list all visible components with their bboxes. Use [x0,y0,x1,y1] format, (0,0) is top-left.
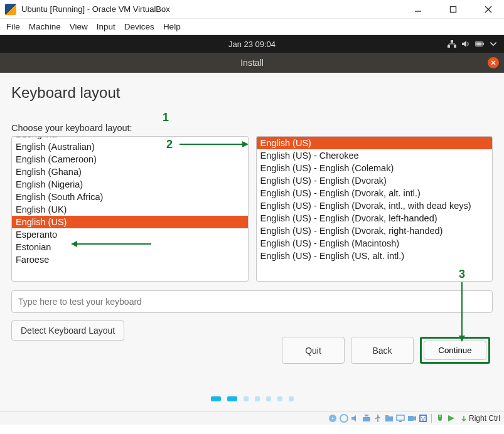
svg-rect-27 [397,415,404,420]
continue-button[interactable]: Continue [424,341,486,360]
host-key-label: Right Ctrl [460,414,500,423]
list-item[interactable]: English (US) - English (Dvorak, alt. int… [257,187,493,199]
svg-rect-28 [399,421,402,422]
list-item[interactable]: English (US) - English (Dvorak, left-han… [257,212,493,225]
list-item[interactable]: Estonian [12,241,248,253]
svg-marker-34 [448,415,454,421]
svg-rect-1 [451,6,456,12]
optical-icon[interactable] [339,413,349,423]
svg-rect-5 [454,45,456,48]
vb-status-bar: V Right Ctrl [0,411,504,425]
recording-icon[interactable] [407,413,417,423]
vb-maximize-button[interactable] [442,2,464,17]
list-item[interactable]: English (South Africa) [12,191,248,203]
svg-rect-6 [451,40,453,43]
svg-text:V: V [421,416,425,422]
installer-close-button[interactable] [488,57,499,68]
back-button[interactable]: Back [351,337,414,364]
menu-help[interactable]: Help [163,22,181,31]
svg-marker-22 [351,415,356,421]
menu-machine[interactable]: Machine [29,22,61,31]
list-item[interactable]: English (Cameroon) [12,153,248,166]
vb-minimize-button[interactable] [407,2,429,17]
vb-close-button[interactable] [478,2,499,17]
vb-window-title: Ubuntu [Running] - Oracle VM VirtualBox [21,4,170,14]
keyboard-capture-icon[interactable] [446,413,456,423]
list-item[interactable]: English (US) - English (US, alt. intl.) [257,250,493,262]
dot [277,396,282,401]
svg-rect-4 [448,45,450,48]
shared-folder-icon[interactable] [384,413,394,423]
mouse-integration-icon[interactable] [435,413,445,423]
keyboard-test-input[interactable] [11,290,493,313]
dot [244,396,249,401]
svg-rect-26 [385,415,389,417]
list-item[interactable]: English (US) [12,216,248,228]
list-item[interactable]: English (US) - English (Colemak) [257,162,493,174]
subtitle: Choose your keyboard layout: [11,123,493,133]
svg-point-21 [340,415,348,422]
quit-button[interactable]: Quit [282,337,345,364]
list-item[interactable]: Dzongkha [12,136,248,140]
list-item[interactable]: English (Australian) [12,140,248,153]
list-item[interactable]: English (Ghana) [12,166,248,178]
arrow-down-icon [460,415,468,422]
ubuntu-top-panel: Jan 23 09:04 [0,35,504,53]
list-item[interactable]: English (US) - English (Dvorak) [257,174,493,187]
vb-menubar: File Machine View Input Devices Help [0,19,504,35]
list-item[interactable]: English (US) - English (Dvorak, right-ha… [257,225,493,237]
hdd-icon[interactable] [328,413,338,423]
list-item[interactable]: English (US) [257,137,493,149]
svg-rect-29 [408,416,414,421]
virtualbox-icon [5,4,16,15]
list-item[interactable]: English (UK) [12,203,248,216]
panel-datetime: Jan 23 09:04 [228,40,276,49]
dot [255,396,260,401]
installer-body: Keyboard layout Choose your keyboard lay… [0,73,504,411]
svg-rect-24 [365,415,368,416]
svg-rect-9 [483,43,484,45]
menu-file[interactable]: File [6,22,20,31]
progress-dots [211,396,294,401]
svg-rect-23 [363,417,370,421]
installer-title-bar: Install [0,53,504,73]
virtualization-icon[interactable]: V [418,413,428,423]
annotation-1: 1 [163,111,169,124]
network-icon[interactable] [448,40,456,48]
list-item[interactable]: English (US) - English (Macintosh) [257,237,493,250]
detect-keyboard-button[interactable]: Detect Keyboard Layout [11,320,124,341]
dot [266,396,271,401]
variant-listbox[interactable]: English (US)English (US) - CherokeeEngli… [256,136,493,282]
display-icon[interactable] [395,413,405,423]
svg-point-20 [331,417,333,419]
continue-button-highlight: Continue [420,337,490,364]
dot [289,396,294,401]
list-item[interactable]: English (US) - English (Dvorak, intl., w… [257,199,493,212]
list-item[interactable]: Faroese [12,253,248,266]
list-item[interactable]: English (Nigeria) [12,178,248,191]
volume-icon[interactable] [461,40,470,48]
menu-input[interactable]: Input [97,22,115,31]
svg-rect-10 [476,42,482,45]
dot [227,396,237,401]
chevron-down-icon[interactable] [489,40,498,48]
menu-view[interactable]: View [70,22,88,31]
svg-rect-25 [385,416,393,421]
dot [211,396,221,401]
svg-marker-7 [462,41,466,47]
installer-title: Install [240,58,264,68]
list-item[interactable]: English (US) - Cherokee [257,149,493,162]
page-title: Keyboard layout [11,84,493,102]
vb-titlebar: Ubuntu [Running] - Oracle VM VirtualBox [0,0,504,19]
usb-icon[interactable] [373,413,383,423]
menu-devices[interactable]: Devices [124,22,154,31]
svg-marker-30 [414,416,416,421]
list-item[interactable]: Esperanto [12,228,248,241]
network-status-icon[interactable] [362,413,372,423]
language-listbox[interactable]: DzongkhaEnglish (Australian)English (Cam… [11,136,249,282]
battery-icon[interactable] [475,40,484,48]
audio-icon[interactable] [350,413,360,423]
